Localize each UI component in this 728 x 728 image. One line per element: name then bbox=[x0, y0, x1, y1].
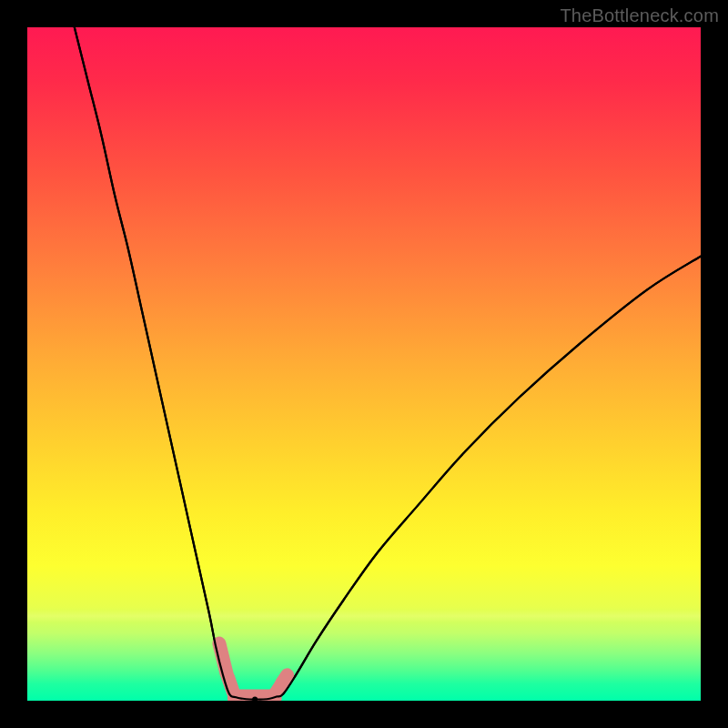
chart-frame: TheBottleneck.com bbox=[0, 0, 728, 728]
curve-marker bbox=[228, 677, 234, 693]
plot-area bbox=[27, 27, 701, 701]
bottleneck-curve bbox=[75, 27, 701, 700]
curve-marker bbox=[282, 675, 288, 683]
bottleneck-curve-overlay bbox=[75, 27, 701, 700]
curve-layer bbox=[27, 27, 701, 701]
watermark-text: TheBottleneck.com bbox=[560, 5, 719, 26]
